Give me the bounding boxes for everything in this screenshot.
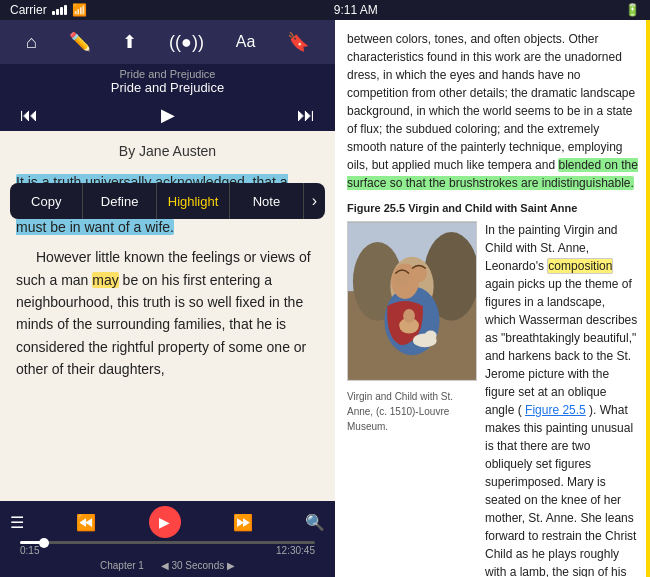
- signal-bar-3: [60, 7, 63, 15]
- search-icon[interactable]: 🔍: [305, 513, 325, 532]
- highlighted-word-may: may: [92, 272, 118, 288]
- figure-section: Figure 25.5 Virgin and Child with Saint …: [347, 200, 638, 577]
- top-nav: ⌂ ✏️ ⬆ ((●)) Aa 🔖: [0, 20, 335, 64]
- home-icon[interactable]: ⌂: [26, 32, 37, 53]
- audio-icon[interactable]: ((●)): [169, 32, 204, 53]
- skip-back-icon[interactable]: ⏮: [20, 105, 38, 126]
- signal-bars: [52, 5, 67, 15]
- define-button[interactable]: Define: [83, 183, 156, 219]
- time-start: 0:15: [20, 545, 39, 556]
- time-display: 9:11 AM: [334, 3, 378, 17]
- figure-image: Virgin and Child with St. Anne, (c. 1510…: [347, 221, 477, 434]
- figure-caption: Virgin and Child with St. Anne, (c. 1510…: [347, 389, 477, 434]
- battery-icon: 🔋: [625, 3, 640, 17]
- yellow-strip: [646, 20, 650, 577]
- svg-point-9: [403, 308, 415, 322]
- right-panel: between colors, tones, and often objects…: [335, 20, 650, 577]
- main-content: ⌂ ✏️ ⬆ ((●)) Aa 🔖 Pride and Prejudice Pr…: [0, 20, 650, 577]
- menu-icon[interactable]: ☰: [10, 513, 24, 532]
- edit-icon[interactable]: ✏️: [69, 31, 91, 53]
- player-controls: ☰ ⏪ ▶ ⏩ 🔍: [10, 505, 325, 539]
- article-intro-text: between colors, tones, and often objects…: [347, 30, 638, 192]
- signal-bar-2: [56, 9, 59, 15]
- figure-layout: Virgin and Child with St. Anne, (c. 1510…: [347, 221, 638, 578]
- copy-button[interactable]: Copy: [10, 183, 83, 219]
- carrier-label: Carrier: [10, 3, 47, 17]
- svg-point-13: [394, 268, 410, 286]
- yellow-highlight: composition: [547, 258, 613, 274]
- left-panel: ⌂ ✏️ ⬆ ((●)) Aa 🔖 Pride and Prejudice Pr…: [0, 20, 335, 577]
- reader-content: By Jane Austen Copy Define Highlight Not…: [0, 131, 335, 501]
- play-icon: ▶: [159, 514, 170, 530]
- figure-label: Figure 25.5 Virgin and Child with Saint …: [347, 200, 638, 217]
- book-title-small: Pride and Prejudice: [0, 68, 335, 80]
- highlight-button[interactable]: Highlight: [157, 183, 230, 219]
- progress-thumb[interactable]: [39, 538, 49, 548]
- progress-bar-area[interactable]: 0:15 12:30:45: [10, 539, 325, 560]
- right-panel-wrapper: between colors, tones, and often objects…: [335, 20, 650, 577]
- status-bar: Carrier 📶 9:11 AM 🔋: [0, 0, 650, 20]
- bookmark-icon[interactable]: 🔖: [287, 31, 309, 53]
- share-icon[interactable]: ⬆: [122, 31, 137, 53]
- skip-forward-icon[interactable]: ⏭: [297, 105, 315, 126]
- signal-bar-4: [64, 5, 67, 15]
- note-button[interactable]: Note: [230, 183, 303, 219]
- time-end: 12:30:45: [276, 545, 315, 556]
- book-header: Pride and Prejudice Pride and Prejudice: [0, 64, 335, 99]
- wifi-icon: 📶: [72, 3, 87, 17]
- rewind-icon[interactable]: ⏪: [76, 513, 96, 532]
- context-menu: Copy Define Highlight Note ›: [10, 183, 325, 219]
- more-arrow[interactable]: ›: [304, 192, 325, 210]
- book-title-main: Pride and Prejudice: [0, 80, 335, 95]
- play-pause-icon[interactable]: ▶: [161, 104, 175, 126]
- status-bar-right: 🔋: [625, 3, 640, 17]
- playback-controls: ⏮ ▶ ⏭: [0, 99, 335, 131]
- status-bar-left: Carrier 📶: [10, 3, 87, 17]
- painting-svg: [347, 221, 477, 381]
- bottom-player: ☰ ⏪ ▶ ⏩ 🔍 0:15 12:30:45 Chapter 1: [0, 501, 335, 577]
- figure-link[interactable]: Figure 25.5: [525, 403, 586, 417]
- figure-text: In the painting Virgin and Child with St…: [485, 221, 638, 578]
- svg-point-11: [425, 330, 437, 340]
- font-icon[interactable]: Aa: [236, 33, 256, 51]
- play-circle-button[interactable]: ▶: [149, 506, 181, 538]
- time-labels: 0:15 12:30:45: [20, 545, 315, 556]
- fast-forward-icon[interactable]: ⏩: [233, 513, 253, 532]
- progress-bar[interactable]: [20, 541, 315, 544]
- chapter-label: Chapter 1 ◀ 30 Seconds ▶: [10, 560, 325, 573]
- author-name: By Jane Austen: [16, 143, 319, 159]
- signal-bar-1: [52, 11, 55, 15]
